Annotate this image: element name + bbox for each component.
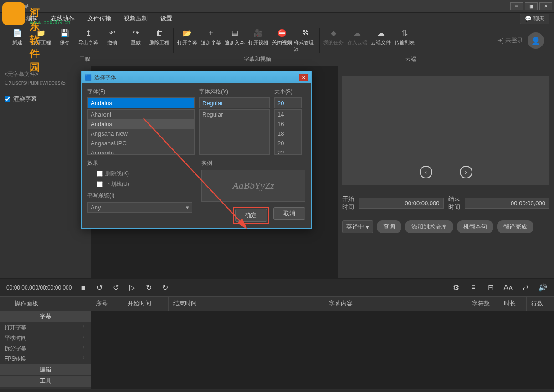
style-list[interactable]: Regular (199, 109, 270, 155)
task-icon: ◆ (329, 28, 338, 37)
add-term-button[interactable]: 添加到术语库 (405, 220, 453, 233)
align-icon[interactable]: ⊟ (486, 283, 496, 292)
append-text-button[interactable]: ▤追加文本 (223, 26, 246, 55)
login-status[interactable]: ➜] 未登录 (497, 36, 523, 45)
translate-done-button[interactable]: 翻译完成 (497, 220, 533, 233)
size-option[interactable]: 14 (275, 110, 301, 119)
size-option[interactable]: 16 (275, 119, 301, 129)
system-dropdown[interactable]: Any▾ (87, 202, 192, 213)
my-tasks-button[interactable]: ◆我的任务 (322, 26, 345, 55)
font-option[interactable]: Anaraiita (88, 148, 194, 155)
font-size-icon[interactable]: Aᴀ (503, 283, 513, 292)
skip-back5-button[interactable]: ↺ (94, 283, 104, 292)
mt-button[interactable]: 机翻本句 (457, 220, 493, 233)
open-video-button[interactable]: 🎥打开视频 (246, 26, 270, 55)
add-subtitle-button[interactable]: ＋追加字幕 (199, 26, 223, 55)
panel-title-header: ≡ 操作面板 (6, 297, 91, 311)
strike-checkbox[interactable] (97, 171, 103, 177)
font-option[interactable]: Aharoni (88, 110, 194, 119)
cloud-files-button[interactable]: ☁云端文件 (369, 26, 393, 55)
transfer-list-button[interactable]: ⇅传输列表 (393, 26, 416, 55)
group-label-project: 工程 (0, 56, 169, 63)
chevron-icon: 〉 (82, 355, 87, 363)
volume-icon[interactable]: 🔊 (538, 283, 548, 292)
style-option[interactable]: Regular (200, 110, 269, 119)
timecode: 00:00:00,000/00:00:00,000 (6, 285, 72, 291)
side-item-fps[interactable]: FPS转换〉 (0, 354, 91, 364)
maximize-button[interactable]: ▣ (525, 2, 538, 10)
style-manager-button[interactable]: 🛠样式管理器 (294, 26, 318, 55)
export-subtitle-button[interactable]: ↥导出字幕 (77, 26, 100, 55)
col-seq: 序号 (91, 297, 123, 311)
size-option[interactable]: 18 (275, 129, 301, 138)
menu-online-collab[interactable]: 在线协作 (45, 13, 81, 25)
render-row[interactable]: 渲染字幕 (0, 91, 91, 107)
next-button[interactable]: › (460, 166, 472, 178)
menu-settings[interactable]: 设置 (154, 13, 179, 25)
video-off-icon: ⛔ (277, 28, 287, 37)
font-input[interactable] (87, 97, 195, 108)
new-button[interactable]: 📄新建 (5, 26, 29, 55)
size-option[interactable]: 20 (275, 138, 301, 148)
font-list[interactable]: Aharoni Andalus Angsana New AngsanaUPC A… (87, 109, 195, 155)
side-item-open[interactable]: 打开字幕〉 (0, 322, 91, 333)
folder-icon: 📁 (36, 28, 46, 37)
font-option[interactable]: AngsanaUPC (88, 138, 194, 148)
skip-fwd5-button[interactable]: ↻ (160, 283, 170, 292)
cancel-button[interactable]: 取消 (273, 207, 305, 220)
skip-fwd1-button[interactable]: ↻ (144, 283, 154, 292)
strike-row[interactable]: 删除线(K) (87, 170, 192, 178)
ok-button[interactable]: 确定 (235, 209, 267, 222)
chat-button[interactable]: 💬 聊天 (520, 14, 549, 24)
open-subtitle-button[interactable]: 📂打开字幕 (175, 26, 199, 55)
size-input[interactable] (274, 97, 302, 108)
prev-button[interactable]: ‹ (420, 166, 432, 178)
redo-button[interactable]: ↷重做 (124, 26, 148, 55)
chevron-icon: 〉 (82, 334, 87, 342)
settings-icon[interactable]: ⚙ (451, 283, 461, 292)
menu-video-encode[interactable]: 视频压制 (118, 13, 154, 25)
close-button[interactable]: ✕ (539, 2, 552, 10)
category-tool[interactable]: 工具 (0, 376, 91, 387)
transfer-icon: ⇅ (400, 28, 409, 37)
plus-icon: ＋ (206, 28, 215, 37)
dialog-close-button[interactable]: ✕ (299, 74, 308, 81)
start-time-input[interactable] (359, 198, 444, 209)
size-option[interactable]: 22 (275, 148, 301, 155)
col-chars: 字符数 (467, 297, 499, 311)
category-edit[interactable]: 编辑 (0, 364, 91, 375)
font-option[interactable]: Angsana New (88, 129, 194, 138)
save-cloud-button[interactable]: ☁存入云端 (345, 26, 369, 55)
end-time-input[interactable] (465, 198, 549, 209)
menu-file-transfer[interactable]: 文件传输 (81, 13, 118, 25)
undo-button[interactable]: ↶撤销 (100, 26, 124, 55)
menu-subtitle-edit[interactable]: 字幕编辑 (8, 13, 45, 25)
minimize-button[interactable]: ━ (510, 2, 523, 10)
list-icon[interactable]: ≡ (468, 283, 478, 292)
open-project-button[interactable]: 📁打开工程 (29, 26, 53, 55)
left-panel: <无字幕文件> C:\Users\Public\Videos\S 渲染字幕 (0, 66, 91, 278)
size-list[interactable]: 14 16 18 20 22 (274, 109, 302, 155)
avatar[interactable]: 👤 (528, 32, 544, 49)
stop-button[interactable]: ■ (78, 284, 88, 292)
underline-checkbox[interactable] (97, 181, 103, 187)
loop-icon[interactable]: ⇄ (520, 283, 530, 292)
style-input[interactable] (199, 97, 270, 108)
query-button[interactable]: 查询 (377, 220, 401, 233)
category-subtitle[interactable]: 字幕 (0, 311, 91, 322)
font-option[interactable]: Andalus (88, 119, 194, 129)
start-time-label: 开始时间 (342, 195, 354, 211)
side-item-split[interactable]: 拆分字幕〉 (0, 343, 91, 354)
underline-row[interactable]: 下划线(U) (87, 180, 192, 188)
dialog-titlebar[interactable]: 🟦 选择字体 ✕ (82, 71, 311, 83)
delete-project-button[interactable]: 🗑删除工程 (148, 26, 171, 55)
col-start: 开始时间 (123, 297, 169, 311)
skip-back1-button[interactable]: ↺ (111, 283, 121, 292)
close-video-button[interactable]: ⛔关闭视频 (270, 26, 294, 55)
language-dropdown[interactable]: 英译中▾ (342, 220, 373, 233)
side-item-shift[interactable]: 平移时间〉 (0, 333, 91, 343)
tools-icon: 🛠 (301, 28, 310, 37)
save-button[interactable]: 💾保存 (53, 26, 77, 55)
play-button[interactable]: ▷ (127, 283, 137, 292)
render-checkbox[interactable] (5, 96, 10, 102)
